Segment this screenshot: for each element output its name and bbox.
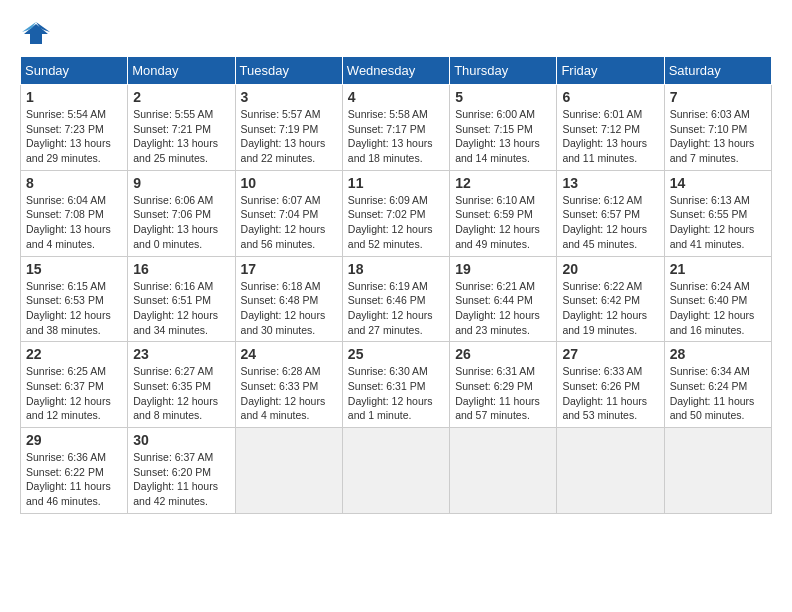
sunrise: Sunrise: 6:27 AM [133, 365, 213, 377]
daylight: Daylight: 11 hours and 42 minutes. [133, 480, 218, 507]
calendar-week-5: 29 Sunrise: 6:36 AM Sunset: 6:22 PM Dayl… [21, 428, 772, 514]
sunrise: Sunrise: 6:04 AM [26, 194, 106, 206]
calendar-week-2: 8 Sunrise: 6:04 AM Sunset: 7:08 PM Dayli… [21, 170, 772, 256]
calendar-cell: 21 Sunrise: 6:24 AM Sunset: 6:40 PM Dayl… [664, 256, 771, 342]
daylight: Daylight: 12 hours and 30 minutes. [241, 309, 326, 336]
calendar-cell: 9 Sunrise: 6:06 AM Sunset: 7:06 PM Dayli… [128, 170, 235, 256]
calendar-cell: 17 Sunrise: 6:18 AM Sunset: 6:48 PM Dayl… [235, 256, 342, 342]
day-number: 4 [348, 89, 444, 105]
day-number: 11 [348, 175, 444, 191]
sunrise: Sunrise: 5:55 AM [133, 108, 213, 120]
day-number: 10 [241, 175, 337, 191]
day-number: 25 [348, 346, 444, 362]
daylight: Daylight: 12 hours and 52 minutes. [348, 223, 433, 250]
sunrise: Sunrise: 6:13 AM [670, 194, 750, 206]
sunrise: Sunrise: 6:19 AM [348, 280, 428, 292]
day-number: 8 [26, 175, 122, 191]
sunset: Sunset: 7:10 PM [670, 123, 748, 135]
sunset: Sunset: 6:57 PM [562, 208, 640, 220]
sunrise: Sunrise: 5:57 AM [241, 108, 321, 120]
day-number: 12 [455, 175, 551, 191]
daylight: Daylight: 13 hours and 22 minutes. [241, 137, 326, 164]
day-info: Sunrise: 6:10 AM Sunset: 6:59 PM Dayligh… [455, 193, 551, 252]
day-info: Sunrise: 6:27 AM Sunset: 6:35 PM Dayligh… [133, 364, 229, 423]
daylight: Daylight: 12 hours and 38 minutes. [26, 309, 111, 336]
sunrise: Sunrise: 6:18 AM [241, 280, 321, 292]
sunrise: Sunrise: 6:21 AM [455, 280, 535, 292]
day-number: 13 [562, 175, 658, 191]
sunset: Sunset: 6:40 PM [670, 294, 748, 306]
daylight: Daylight: 11 hours and 53 minutes. [562, 395, 647, 422]
day-number: 29 [26, 432, 122, 448]
sunset: Sunset: 6:20 PM [133, 466, 211, 478]
day-info: Sunrise: 5:54 AM Sunset: 7:23 PM Dayligh… [26, 107, 122, 166]
sunset: Sunset: 7:19 PM [241, 123, 319, 135]
day-info: Sunrise: 6:18 AM Sunset: 6:48 PM Dayligh… [241, 279, 337, 338]
day-info: Sunrise: 6:21 AM Sunset: 6:44 PM Dayligh… [455, 279, 551, 338]
daylight: Daylight: 13 hours and 29 minutes. [26, 137, 111, 164]
sunset: Sunset: 7:23 PM [26, 123, 104, 135]
calendar-cell: 1 Sunrise: 5:54 AM Sunset: 7:23 PM Dayli… [21, 85, 128, 171]
daylight: Daylight: 13 hours and 7 minutes. [670, 137, 755, 164]
calendar-cell: 6 Sunrise: 6:01 AM Sunset: 7:12 PM Dayli… [557, 85, 664, 171]
calendar-cell: 18 Sunrise: 6:19 AM Sunset: 6:46 PM Dayl… [342, 256, 449, 342]
sunrise: Sunrise: 6:00 AM [455, 108, 535, 120]
sunrise: Sunrise: 6:36 AM [26, 451, 106, 463]
sunrise: Sunrise: 6:06 AM [133, 194, 213, 206]
sunset: Sunset: 6:29 PM [455, 380, 533, 392]
calendar-cell: 22 Sunrise: 6:25 AM Sunset: 6:37 PM Dayl… [21, 342, 128, 428]
day-number: 2 [133, 89, 229, 105]
logo-bird-icon [20, 20, 52, 48]
day-number: 22 [26, 346, 122, 362]
day-number: 3 [241, 89, 337, 105]
day-number: 15 [26, 261, 122, 277]
sunrise: Sunrise: 6:37 AM [133, 451, 213, 463]
calendar-cell: 10 Sunrise: 6:07 AM Sunset: 7:04 PM Dayl… [235, 170, 342, 256]
calendar-cell: 20 Sunrise: 6:22 AM Sunset: 6:42 PM Dayl… [557, 256, 664, 342]
day-info: Sunrise: 6:03 AM Sunset: 7:10 PM Dayligh… [670, 107, 766, 166]
calendar-header-row: Sunday Monday Tuesday Wednesday Thursday… [21, 57, 772, 85]
col-sunday: Sunday [21, 57, 128, 85]
day-number: 17 [241, 261, 337, 277]
calendar-cell: 14 Sunrise: 6:13 AM Sunset: 6:55 PM Dayl… [664, 170, 771, 256]
calendar-cell [235, 428, 342, 514]
sunrise: Sunrise: 6:30 AM [348, 365, 428, 377]
sunrise: Sunrise: 6:31 AM [455, 365, 535, 377]
sunset: Sunset: 6:48 PM [241, 294, 319, 306]
sunset: Sunset: 6:46 PM [348, 294, 426, 306]
sunset: Sunset: 7:08 PM [26, 208, 104, 220]
calendar-cell [557, 428, 664, 514]
sunrise: Sunrise: 6:03 AM [670, 108, 750, 120]
sunset: Sunset: 6:26 PM [562, 380, 640, 392]
calendar-week-3: 15 Sunrise: 6:15 AM Sunset: 6:53 PM Dayl… [21, 256, 772, 342]
daylight: Daylight: 13 hours and 25 minutes. [133, 137, 218, 164]
daylight: Daylight: 12 hours and 1 minute. [348, 395, 433, 422]
daylight: Daylight: 12 hours and 34 minutes. [133, 309, 218, 336]
calendar-week-4: 22 Sunrise: 6:25 AM Sunset: 6:37 PM Dayl… [21, 342, 772, 428]
sunrise: Sunrise: 6:07 AM [241, 194, 321, 206]
calendar-week-1: 1 Sunrise: 5:54 AM Sunset: 7:23 PM Dayli… [21, 85, 772, 171]
day-info: Sunrise: 6:25 AM Sunset: 6:37 PM Dayligh… [26, 364, 122, 423]
sunset: Sunset: 7:04 PM [241, 208, 319, 220]
day-info: Sunrise: 6:06 AM Sunset: 7:06 PM Dayligh… [133, 193, 229, 252]
day-number: 27 [562, 346, 658, 362]
sunrise: Sunrise: 6:34 AM [670, 365, 750, 377]
sunrise: Sunrise: 6:10 AM [455, 194, 535, 206]
page-header [20, 20, 772, 48]
daylight: Daylight: 12 hours and 8 minutes. [133, 395, 218, 422]
day-info: Sunrise: 6:19 AM Sunset: 6:46 PM Dayligh… [348, 279, 444, 338]
calendar-cell: 30 Sunrise: 6:37 AM Sunset: 6:20 PM Dayl… [128, 428, 235, 514]
day-info: Sunrise: 6:22 AM Sunset: 6:42 PM Dayligh… [562, 279, 658, 338]
day-info: Sunrise: 6:30 AM Sunset: 6:31 PM Dayligh… [348, 364, 444, 423]
day-number: 9 [133, 175, 229, 191]
day-number: 5 [455, 89, 551, 105]
day-number: 20 [562, 261, 658, 277]
daylight: Daylight: 12 hours and 4 minutes. [241, 395, 326, 422]
sunrise: Sunrise: 6:25 AM [26, 365, 106, 377]
day-number: 19 [455, 261, 551, 277]
daylight: Daylight: 13 hours and 14 minutes. [455, 137, 540, 164]
calendar-cell: 12 Sunrise: 6:10 AM Sunset: 6:59 PM Dayl… [450, 170, 557, 256]
day-info: Sunrise: 6:36 AM Sunset: 6:22 PM Dayligh… [26, 450, 122, 509]
sunrise: Sunrise: 5:54 AM [26, 108, 106, 120]
sunset: Sunset: 7:17 PM [348, 123, 426, 135]
